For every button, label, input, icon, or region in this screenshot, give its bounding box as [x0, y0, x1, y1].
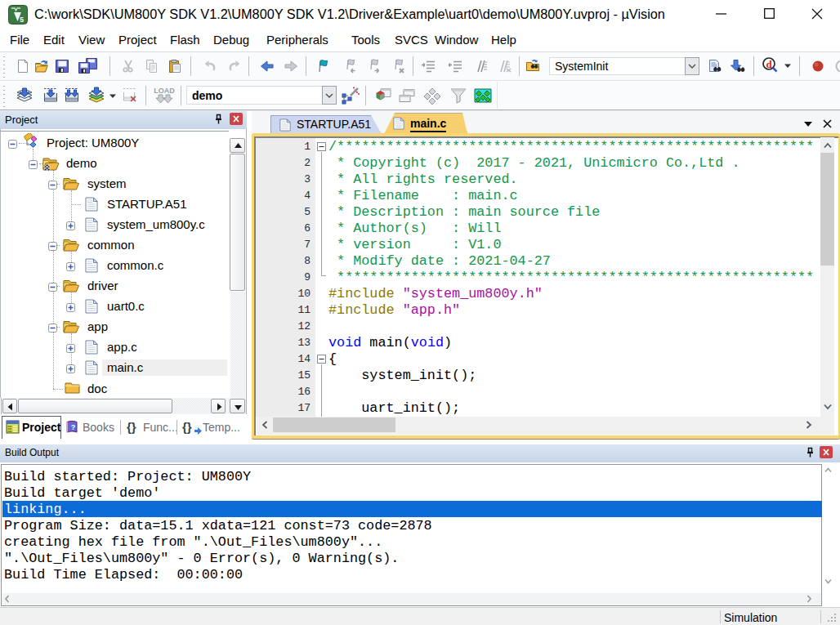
svg-text:5: 5: [20, 16, 24, 24]
svg-text:LOAD: LOAD: [154, 87, 175, 95]
svg-text:?: ?: [71, 423, 76, 431]
svg-text:d: d: [766, 58, 772, 70]
